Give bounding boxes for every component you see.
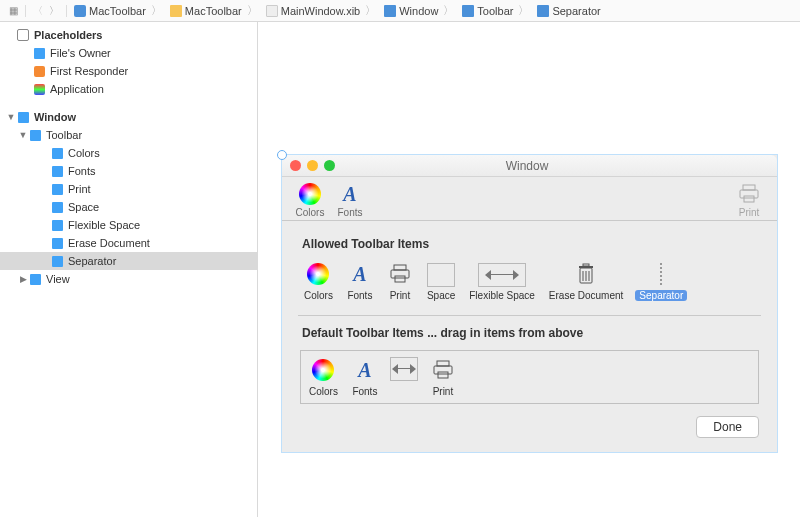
breadcrumb-project[interactable]: MacToolbar〉 <box>72 3 166 18</box>
outline-item-application[interactable]: Application <box>0 80 257 98</box>
view-icon <box>30 274 41 285</box>
flexible-space-icon <box>485 269 519 281</box>
outline-label: Fonts <box>68 165 96 177</box>
outline-item-flexible-space[interactable]: Flexible Space <box>0 216 257 234</box>
close-icon[interactable] <box>290 160 301 171</box>
svg-rect-0 <box>743 185 755 190</box>
outline-label: Application <box>50 83 104 95</box>
jump-bar: ▦ 〈 〉 MacToolbar〉 MacToolbar〉 MainWindow… <box>0 0 800 22</box>
default-items-row[interactable]: Colors AFonts Print <box>300 350 759 404</box>
breadcrumb-toolbar[interactable]: Toolbar〉 <box>460 3 533 18</box>
svg-rect-5 <box>395 276 405 282</box>
item-label: Print <box>388 290 413 301</box>
fonts-icon: A <box>343 183 356 206</box>
forward-button[interactable]: 〉 <box>47 4 61 18</box>
outline-label: Window <box>34 111 76 123</box>
allowed-item-space[interactable]: Space <box>425 263 457 301</box>
default-item-flexible-space[interactable] <box>390 357 418 397</box>
toolbar-item-fonts[interactable]: A Fonts <box>330 181 370 218</box>
allowed-item-separator[interactable]: Separator <box>635 261 687 301</box>
outline-label: View <box>46 273 70 285</box>
toolbar-item-icon <box>52 220 63 231</box>
toolbar-item-colors[interactable]: Colors <box>290 181 330 218</box>
outline-label: Erase Document <box>68 237 150 249</box>
printer-icon <box>385 261 415 287</box>
document-outline[interactable]: Placeholders File's Owner First Responde… <box>0 22 258 517</box>
breadcrumb-file[interactable]: MainWindow.xib〉 <box>264 3 380 18</box>
toolbar-item-icon <box>52 148 63 159</box>
allowed-item-erase-document[interactable]: Erase Document <box>547 261 625 301</box>
svg-rect-13 <box>434 366 452 374</box>
allowed-item-print[interactable]: Print <box>385 261 415 301</box>
allowed-item-flexible-space[interactable]: Flexible Space <box>467 263 537 301</box>
minimize-icon[interactable] <box>307 160 318 171</box>
toolbar-config-panel: Allowed Toolbar Items Colors AFonts Prin… <box>282 221 777 452</box>
cube-icon <box>34 48 45 59</box>
color-wheel-icon <box>299 183 321 205</box>
allowed-item-fonts[interactable]: AFonts <box>345 261 375 301</box>
color-wheel-icon <box>312 359 334 381</box>
toolbar-item-label: Print <box>739 207 760 218</box>
svg-rect-1 <box>740 190 758 198</box>
toolbar-item-print[interactable]: Print <box>729 181 769 218</box>
toolbar-item-label: Colors <box>296 207 325 218</box>
back-button[interactable]: 〈 <box>31 4 45 18</box>
outline-item-view[interactable]: ▶View <box>0 270 257 288</box>
outline-item-erase-document[interactable]: Erase Document <box>0 234 257 252</box>
allowed-items-row: Colors AFonts Print Space Flexible Space… <box>300 261 759 309</box>
toolbar-item-icon <box>52 256 63 267</box>
item-label: Separator <box>635 290 687 301</box>
divider <box>66 5 67 17</box>
divider <box>298 315 761 316</box>
breadcrumb-label: MainWindow.xib <box>281 5 360 17</box>
window-title: Window <box>335 159 719 173</box>
default-item-colors[interactable]: Colors <box>307 357 340 397</box>
outline-label: Print <box>68 183 91 195</box>
window-toolbar[interactable]: Colors A Fonts Print <box>282 177 777 221</box>
toolbar-item-icon <box>52 184 63 195</box>
breadcrumb-label: MacToolbar <box>89 5 146 17</box>
outline-item-files-owner[interactable]: File's Owner <box>0 44 257 62</box>
toolbar-item-icon <box>52 202 63 213</box>
outline-item-toolbar[interactable]: ▼Toolbar <box>0 126 257 144</box>
item-label: Colors <box>307 386 340 397</box>
breadcrumb-label: MacToolbar <box>185 5 242 17</box>
svg-rect-14 <box>438 372 448 378</box>
outline-item-colors[interactable]: Colors <box>0 144 257 162</box>
item-label: Erase Document <box>547 290 625 301</box>
outline-item-fonts[interactable]: Fonts <box>0 162 257 180</box>
outline-label: File's Owner <box>50 47 111 59</box>
canvas[interactable]: Window Colors A Fonts Print Allowed T <box>258 22 800 517</box>
outline-item-space[interactable]: Space <box>0 198 257 216</box>
outline-label: Placeholders <box>34 29 102 41</box>
resize-handle[interactable] <box>277 150 287 160</box>
outline-item-first-responder[interactable]: First Responder <box>0 62 257 80</box>
breadcrumb-folder[interactable]: MacToolbar〉 <box>168 3 262 18</box>
printer-icon <box>428 357 458 383</box>
responder-icon <box>34 66 45 77</box>
printer-icon <box>736 181 762 207</box>
zoom-icon[interactable] <box>324 160 335 171</box>
window-object[interactable]: Window Colors A Fonts Print Allowed T <box>281 154 778 453</box>
divider <box>25 5 26 17</box>
outline-item-print[interactable]: Print <box>0 180 257 198</box>
related-items-icon[interactable]: ▦ <box>6 4 20 18</box>
breadcrumb-separator[interactable]: Separator <box>535 5 602 17</box>
svg-rect-3 <box>394 265 406 270</box>
svg-rect-4 <box>391 270 409 278</box>
window-titlebar[interactable]: Window <box>282 155 777 177</box>
default-item-print[interactable]: Print <box>428 357 458 397</box>
outline-item-separator[interactable]: Separator <box>0 252 257 270</box>
outline-section-placeholders[interactable]: Placeholders <box>0 26 257 44</box>
outline-label: First Responder <box>50 65 128 77</box>
allowed-item-colors[interactable]: Colors <box>302 261 335 301</box>
toolbar-item-label: Fonts <box>337 207 362 218</box>
trash-icon <box>571 261 601 287</box>
default-item-fonts[interactable]: AFonts <box>350 357 380 397</box>
outline-item-window[interactable]: ▼Window <box>0 108 257 126</box>
done-button[interactable]: Done <box>696 416 759 438</box>
item-label: Fonts <box>345 290 374 301</box>
traffic-lights <box>290 160 335 171</box>
breadcrumb-window[interactable]: Window〉 <box>382 3 458 18</box>
outline-label: Separator <box>68 255 116 267</box>
